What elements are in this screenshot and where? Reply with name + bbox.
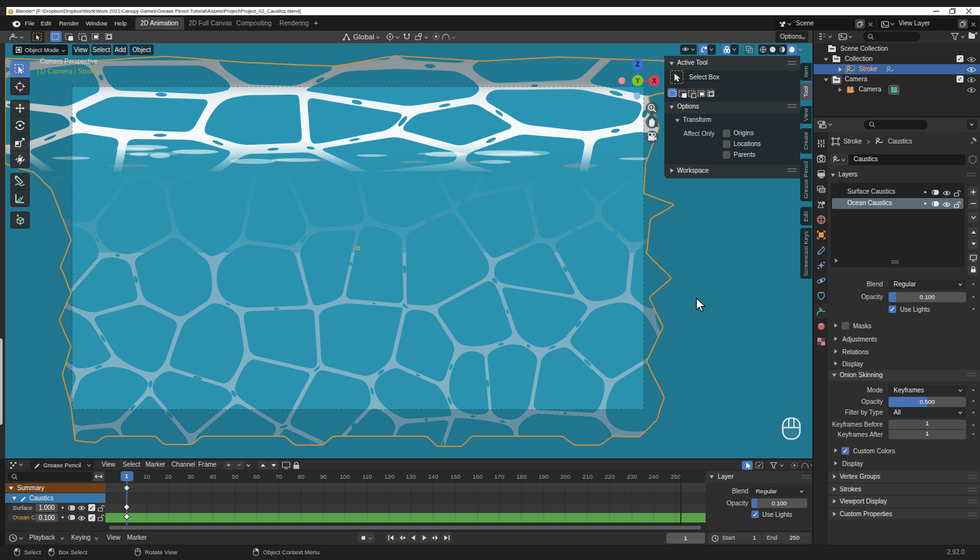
svg-text:130: 130: [406, 473, 416, 480]
svg-text:230: 230: [627, 473, 637, 480]
svg-text:Y: Y: [636, 77, 640, 84]
svg-text:250: 250: [671, 473, 681, 480]
svg-text:70: 70: [276, 473, 283, 480]
svg-text:80: 80: [298, 473, 305, 480]
svg-text:240: 240: [648, 473, 659, 480]
svg-text:Z: Z: [636, 61, 640, 68]
svg-text:210: 210: [582, 473, 593, 480]
svg-text:60: 60: [253, 473, 260, 480]
svg-text:100: 100: [340, 473, 350, 480]
svg-text:150: 150: [450, 473, 460, 480]
svg-text:170: 170: [494, 473, 504, 480]
svg-text:50: 50: [232, 473, 239, 480]
svg-text:140: 140: [428, 473, 438, 480]
svg-text:40: 40: [210, 473, 217, 480]
svg-text:20: 20: [165, 473, 172, 480]
svg-text:X: X: [652, 77, 657, 84]
svg-text:190: 190: [539, 473, 549, 480]
svg-text:220: 220: [605, 473, 615, 480]
svg-text:30: 30: [187, 473, 194, 480]
svg-text:90: 90: [320, 473, 327, 480]
svg-text:110: 110: [362, 473, 372, 480]
svg-text:120: 120: [384, 473, 394, 480]
svg-text:160: 160: [473, 473, 483, 480]
svg-text:10: 10: [144, 473, 151, 480]
svg-text:180: 180: [516, 473, 527, 480]
svg-text:200: 200: [560, 473, 570, 480]
